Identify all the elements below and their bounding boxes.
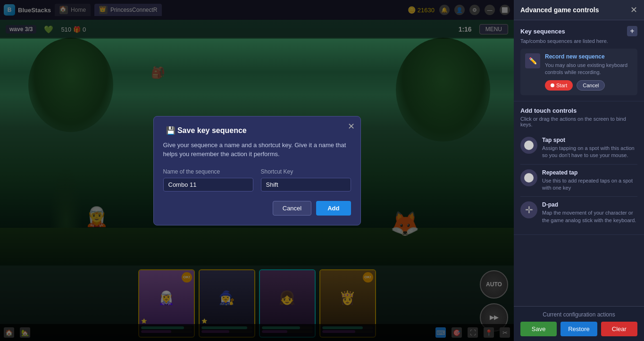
cancel-record-button[interactable]: Cancel: [577, 80, 605, 91]
start-dot: [551, 83, 554, 87]
modal-close-button[interactable]: ✕: [348, 121, 355, 132]
restore-button[interactable]: Restore: [560, 322, 597, 336]
name-field-label: Name of the sequence: [163, 168, 253, 175]
name-field: Name of the sequence: [163, 168, 253, 191]
modal-cancel-button[interactable]: Cancel: [273, 201, 311, 216]
repeated-tap-item[interactable]: Repeated tap Use this to add repeated ta…: [520, 165, 637, 197]
save-button[interactable]: Save: [520, 322, 557, 336]
touch-controls-section: Add touch controls Click or drag the act…: [514, 101, 644, 235]
touch-controls-desc: Click or drag the actions on the screen …: [520, 116, 637, 127]
record-sublabel: You may also use existing keyboard contr…: [545, 62, 633, 76]
name-field-input[interactable]: [163, 178, 253, 191]
dpad-info: D-pad Map the movement of your character…: [542, 201, 637, 224]
touch-controls-label: Add touch controls: [520, 107, 577, 114]
right-panel: Advanced game controls ✕ Key sequences +…: [514, 0, 644, 341]
add-sequence-button[interactable]: +: [627, 26, 637, 36]
panel-footer: Current configuration actions Save Resto…: [514, 306, 644, 341]
dpad-desc: Map the movement of your character or th…: [542, 209, 637, 224]
panel-title: Advanced game controls: [520, 6, 599, 14]
tap-spot-thumb: [520, 137, 537, 154]
shortcut-field-label: Shortcut Key: [261, 168, 351, 175]
tap-spot-icon: [524, 141, 534, 150]
record-text: Record new sequence You may also use exi…: [545, 53, 633, 91]
touch-controls-title: Add touch controls: [520, 107, 637, 114]
shortcut-field: Shortcut Key: [261, 168, 351, 191]
config-label: Current configuration actions: [520, 311, 637, 318]
panel-content[interactable]: Key sequences + Tap/combo sequences are …: [514, 20, 644, 306]
start-label: Start: [556, 83, 567, 88]
dpad-thumb: ✛: [520, 201, 537, 218]
record-label: Record new sequence: [545, 53, 633, 60]
start-record-button[interactable]: Start: [545, 80, 573, 91]
modal-title-text: 💾 Save key sequence: [166, 126, 247, 135]
key-sequences-section: Key sequences + Tap/combo sequences are …: [514, 20, 644, 101]
repeated-tap-desc: Use this to add repeated taps on a spot …: [542, 177, 637, 192]
record-icon: ✏️: [525, 53, 540, 68]
modal-fields: Name of the sequence Shortcut Key: [163, 168, 351, 191]
panel-header: Advanced game controls ✕: [514, 0, 644, 20]
record-icon-glyph: ✏️: [529, 57, 537, 65]
repeated-tap-thumb: [520, 169, 537, 186]
clear-button[interactable]: Clear: [601, 322, 637, 336]
modal-overlay: ✕ 💾 Save key sequence Give your sequence…: [0, 0, 514, 341]
key-sequences-title: Key sequences +: [520, 26, 637, 36]
game-area: B BlueStacks 🏠 Home 👑 PrincessConnectR 🪙…: [0, 0, 514, 341]
modal-title: 💾 Save key sequence: [163, 126, 351, 135]
modal-actions: Cancel Add: [163, 201, 351, 216]
dpad-icon: ✛: [525, 204, 533, 216]
dpad-name: D-pad: [542, 201, 637, 208]
key-sequences-label: Key sequences: [520, 28, 565, 35]
record-btns: Start Cancel: [545, 80, 633, 91]
record-row: ✏️ Record new sequence You may also use …: [520, 49, 637, 95]
key-sequences-desc: Tap/combo sequences are listed here.: [520, 38, 637, 44]
tap-spot-item[interactable]: Tap spot Assign tapping on a spot with t…: [520, 132, 637, 165]
repeated-tap-name: Repeated tap: [542, 169, 637, 176]
save-modal: ✕ 💾 Save key sequence Give your sequence…: [153, 116, 361, 225]
modal-add-button[interactable]: Add: [316, 201, 351, 216]
repeated-tap-info: Repeated tap Use this to add repeated ta…: [542, 169, 637, 192]
dpad-item[interactable]: ✛ D-pad Map the movement of your charact…: [520, 197, 637, 229]
shortcut-field-input[interactable]: [261, 178, 351, 191]
modal-description: Give your sequence a name and a shortcut…: [163, 141, 351, 159]
tap-spot-desc: Assign tapping on a spot with this actio…: [542, 145, 637, 159]
tap-spot-info: Tap spot Assign tapping on a spot with t…: [542, 137, 637, 159]
tap-spot-name: Tap spot: [542, 137, 637, 143]
config-btns: Save Restore Clear: [520, 322, 637, 336]
repeated-tap-icon: [524, 173, 534, 183]
panel-close-button[interactable]: ✕: [630, 5, 637, 15]
